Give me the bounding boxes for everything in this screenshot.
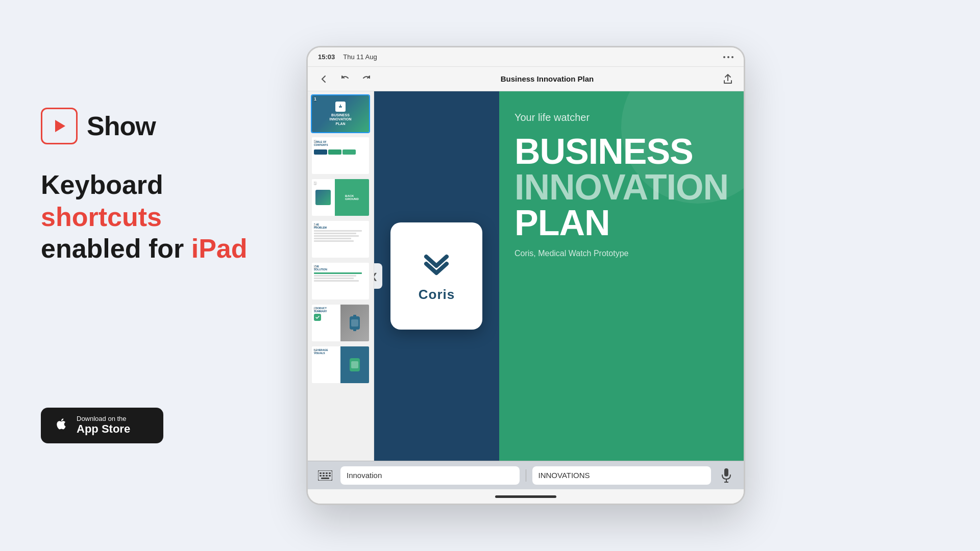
redo-button[interactable] — [359, 71, 374, 87]
app-logo-icon — [41, 108, 78, 144]
slide-num-1: 1 — [314, 96, 316, 102]
badge-line1: Download on the — [77, 415, 130, 423]
ipad-status-bar: 15:03 Thu 11 Aug — [308, 47, 744, 67]
coris-chevron-icon — [419, 250, 454, 281]
line-2 — [314, 233, 356, 234]
company-name: Coris — [419, 287, 455, 303]
title-line-3: PLAN — [514, 205, 728, 241]
slide-thumb-2[interactable]: 2 TABLE OFCONTENTS — [311, 136, 370, 175]
left-panel: Show Keyboard shortcuts enabled for iPad… — [0, 0, 296, 551]
sol-line-4 — [314, 280, 359, 282]
input-caps-text: INNOVATIONS — [538, 471, 590, 480]
keyboard-icon[interactable] — [316, 466, 334, 485]
slide-num-3: 3 — [314, 180, 316, 185]
svg-rect-10 — [321, 478, 329, 479]
sol-line-3 — [314, 278, 354, 279]
badge-line2: App Store — [77, 422, 130, 436]
svg-rect-4 — [326, 472, 328, 474]
slide-1-title: BUSINESSINNOVATIONPLAN — [330, 113, 352, 126]
keyboard-divider — [526, 469, 526, 482]
slide-5-label: THESOLUTION — [314, 265, 367, 271]
keyboard-caps-input[interactable]: INNOVATIONS — [532, 466, 712, 485]
slide-preview-2: TABLE OFCONTENTS — [312, 137, 369, 174]
slide-left-section: Coris — [374, 91, 499, 461]
ipad-frame: 15:03 Thu 11 Aug Business Innovation Pla… — [306, 46, 745, 505]
svg-rect-9 — [329, 475, 331, 477]
toc-bar-1 — [314, 149, 327, 155]
slides-panel: 1 BUSINESSINNOVATIONPLAN 2 — [308, 91, 374, 461]
slide-7-right — [340, 346, 369, 383]
svg-rect-11 — [724, 468, 728, 477]
document-title: Business Innovation Plan — [380, 74, 714, 83]
slide-num-6: 6 — [314, 306, 316, 311]
check-icon-6 — [314, 314, 321, 321]
app-store-badge[interactable]: Download on the App Store — [41, 408, 163, 443]
keyboard-text-input[interactable]: Innovation — [340, 466, 520, 485]
watch-icon-7 — [350, 358, 360, 371]
line-5 — [314, 240, 354, 242]
slide-preview-5: THESOLUTION — [312, 263, 369, 299]
slide-thumb-5[interactable]: 5 THESOLUTION — [311, 262, 370, 300]
home-indicator — [495, 495, 556, 498]
ipad-bottom-bar — [308, 489, 744, 504]
headline-highlight2: iPad — [191, 234, 248, 263]
slide-thumb-1[interactable]: 1 BUSINESSINNOVATIONPLAN — [311, 94, 370, 133]
slide-content: Coris Your life watcher BUSINESS INNOVAT… — [374, 91, 744, 461]
slide-preview-7: LEVERAGEVISUALS — [312, 346, 369, 383]
logo-area: Show — [41, 108, 255, 144]
ipad-content: 1 BUSINESSINNOVATIONPLAN 2 — [308, 91, 744, 461]
slide-num-5: 5 — [314, 264, 316, 269]
svg-rect-5 — [329, 472, 331, 474]
slide-thumb-3[interactable]: 3 BACKGROUND — [311, 178, 370, 217]
input-text: Innovation — [347, 471, 382, 480]
slide-thumb-4[interactable]: 4 THEPROBLEM — [311, 220, 370, 259]
slide-num-7: 7 — [314, 347, 316, 353]
microphone-icon[interactable] — [717, 466, 736, 485]
slide-7-label: LEVERAGEVISUALS — [314, 348, 338, 355]
slide-preview-4: THEPROBLEM — [312, 221, 369, 258]
headline-part1: Keyboard — [41, 170, 163, 199]
ipad-keyboard-bar: Innovation INNOVATIONS — [308, 461, 744, 489]
svg-rect-2 — [320, 472, 322, 474]
back-button[interactable] — [316, 71, 331, 87]
badge-text: Download on the App Store — [77, 415, 130, 436]
app-name: Show — [87, 111, 156, 141]
sol-line-1 — [314, 272, 362, 274]
product-box-thumb — [315, 190, 331, 205]
headline: Keyboard shortcuts enabled for iPad — [41, 169, 255, 264]
slide-thumb-7[interactable]: 7 LEVERAGEVISUALS — [311, 345, 370, 384]
svg-rect-3 — [323, 472, 325, 474]
sol-line-2 — [314, 275, 356, 277]
toc-bar-2 — [328, 149, 341, 155]
slide-nav-prev[interactable]: ❮ — [374, 263, 382, 289]
line-4 — [314, 238, 351, 239]
slide-2-label: TABLE OFCONTENTS — [314, 140, 367, 146]
status-dot-1 — [723, 56, 725, 58]
company-logo-card: Coris — [390, 222, 482, 330]
watch-icon-6 — [350, 316, 360, 330]
share-button[interactable] — [720, 71, 736, 87]
slide-num-4: 4 — [314, 222, 316, 227]
right-panel: 15:03 Thu 11 Aug Business Innovation Pla… — [296, 0, 980, 551]
toc-bar-3 — [342, 149, 356, 155]
status-dot-2 — [727, 56, 729, 58]
slide-preview-1: BUSINESSINNOVATIONPLAN — [312, 95, 369, 132]
ipad-toolbar: Business Innovation Plan — [308, 67, 744, 91]
undo-button[interactable] — [337, 71, 353, 87]
slide-3-label: BACKGROUND — [345, 194, 359, 201]
line-1 — [314, 230, 362, 232]
status-dots — [723, 56, 733, 58]
status-time: 15:03 — [318, 53, 335, 61]
svg-marker-0 — [55, 120, 65, 132]
slide-thumb-6[interactable]: 6 PRODUCTSUMMARY — [311, 304, 370, 342]
slide-subtitle: Coris, Medical Watch Prototype — [514, 249, 728, 258]
slide-num-2: 2 — [314, 138, 316, 143]
slide-preview-6: PRODUCTSUMMARY — [312, 305, 369, 341]
slide-4-label: THEPROBLEM — [314, 223, 367, 229]
svg-rect-6 — [320, 475, 322, 477]
status-date: Thu 11 Aug — [343, 53, 377, 61]
slide-preview-3: BACKGROUND — [312, 179, 369, 216]
slide-right-section: Your life watcher BUSINESS INNOVATION PL… — [499, 91, 744, 461]
svg-rect-7 — [323, 475, 325, 477]
slide-6-img — [340, 305, 369, 341]
